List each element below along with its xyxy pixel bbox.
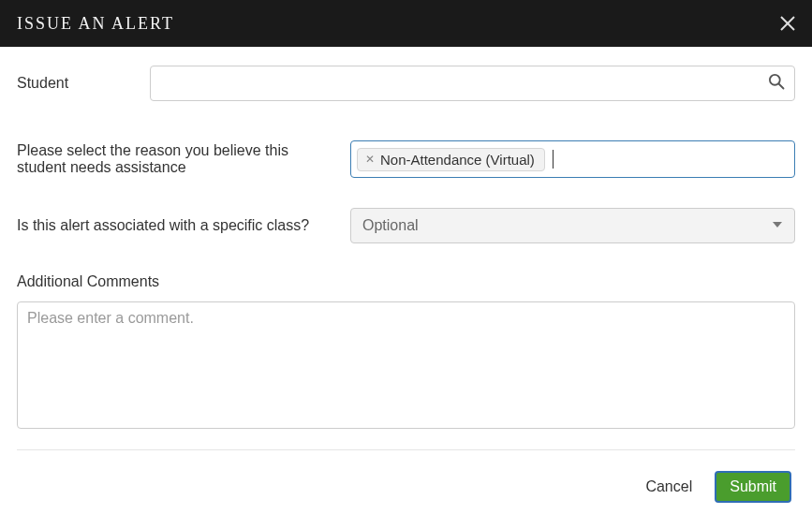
class-label: Is this alert associated with a specific…	[17, 217, 350, 234]
comments-row: Additional Comments	[17, 273, 795, 433]
footer-divider	[17, 449, 795, 450]
close-icon[interactable]	[778, 14, 797, 33]
reason-tag: ✕ Non-Attendance (Virtual)	[357, 148, 545, 171]
comments-textarea[interactable]	[17, 301, 795, 429]
student-search-input[interactable]	[150, 66, 795, 101]
class-select[interactable]: Optional	[350, 208, 795, 243]
student-label: Student	[17, 75, 150, 92]
reason-label: Please select the reason you believe thi…	[17, 140, 350, 176]
chevron-down-icon	[772, 217, 783, 234]
student-search-wrap	[150, 66, 795, 101]
modal-body: Student Please select the reason you bel…	[0, 47, 812, 514]
reason-tag-label: Non-Attendance (Virtual)	[380, 152, 535, 168]
student-row: Student	[17, 66, 795, 101]
remove-tag-icon[interactable]: ✕	[365, 154, 375, 165]
class-row: Is this alert associated with a specific…	[17, 208, 795, 243]
submit-button[interactable]: Submit	[715, 471, 791, 503]
reason-multiselect[interactable]: ✕ Non-Attendance (Virtual)	[350, 140, 795, 178]
svg-marker-4	[773, 222, 782, 228]
modal-title: ISSUE AN ALERT	[17, 14, 174, 34]
comments-label: Additional Comments	[17, 273, 795, 290]
issue-alert-modal: ISSUE AN ALERT Student	[0, 0, 812, 514]
cancel-button[interactable]: Cancel	[645, 478, 692, 495]
class-select-value: Optional	[362, 217, 419, 234]
reason-row: Please select the reason you believe thi…	[17, 140, 795, 178]
modal-header: ISSUE AN ALERT	[0, 0, 812, 47]
text-caret	[553, 150, 554, 169]
modal-footer: Cancel Submit	[17, 471, 795, 503]
